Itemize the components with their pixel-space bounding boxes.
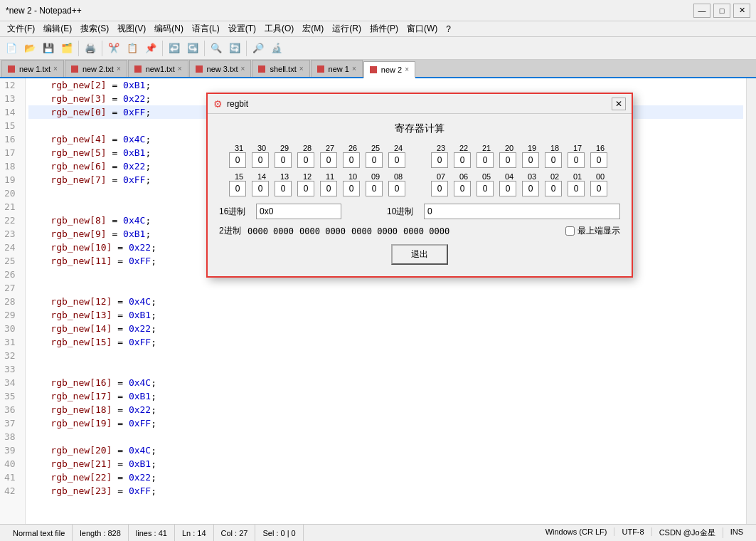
print-button[interactable]: 🖨️ xyxy=(82,40,99,57)
bit-input-06[interactable] xyxy=(454,181,471,196)
var-span: rgb_new[15] xyxy=(50,337,112,347)
bit-input-12[interactable] xyxy=(297,181,314,196)
menu-item-设置t[interactable]: 设置(T) xyxy=(224,21,260,36)
tab-1[interactable]: new 2.txt × xyxy=(65,60,127,77)
zoom-out-button[interactable]: 🔬 xyxy=(268,40,285,57)
tab-5[interactable]: new 1 × xyxy=(311,60,363,77)
status-length: length : 828 xyxy=(73,525,129,541)
menu-item-文件f[interactable]: 文件(F) xyxy=(3,21,39,36)
bit-input-19[interactable] xyxy=(522,152,539,168)
bit-input-03[interactable] xyxy=(522,181,539,196)
bit-input-14[interactable] xyxy=(252,181,269,196)
bit-input-16[interactable] xyxy=(590,152,607,168)
tab-2[interactable]: new1.txt × xyxy=(128,60,188,77)
menu-item-窗口w[interactable]: 窗口(W) xyxy=(403,21,442,36)
bit-input-13[interactable] xyxy=(275,181,292,196)
bit-label-23: 23 xyxy=(431,144,451,152)
close-button[interactable]: ✕ xyxy=(733,4,750,18)
menu-item-视图v[interactable]: 视图(V) xyxy=(113,21,150,36)
menu-item-运行r[interactable]: 运行(R) xyxy=(328,21,366,36)
var-span: rgb_new[22] xyxy=(50,472,112,483)
menu-item-语言l[interactable]: 语言(L) xyxy=(188,21,224,36)
bit-input-15[interactable] xyxy=(229,181,246,196)
save-all-button[interactable]: 🗂️ xyxy=(58,40,75,57)
tab-4[interactable]: shell.txt × xyxy=(252,60,309,77)
undo-button[interactable]: ↩️ xyxy=(166,40,183,57)
val-span: 0xB1 xyxy=(129,458,151,469)
bit-input-01[interactable] xyxy=(568,181,585,196)
menu-item-插件p[interactable]: 插件(P) xyxy=(366,21,403,36)
bit-input-20[interactable] xyxy=(499,152,516,168)
minimize-button[interactable]: — xyxy=(693,4,710,18)
tab-close-5[interactable]: × xyxy=(352,65,356,73)
var-span: rgb_new[19] xyxy=(50,418,112,429)
dec-input[interactable] xyxy=(424,204,620,219)
bit-input-31[interactable] xyxy=(229,152,246,168)
status-filetype: Normal text file xyxy=(6,525,73,541)
tab-close-4[interactable]: × xyxy=(299,65,304,73)
paste-button[interactable]: 📌 xyxy=(142,40,159,57)
menu-item-工具o[interactable]: 工具(O) xyxy=(260,21,298,36)
tab-3[interactable]: new 3.txt × xyxy=(189,60,252,77)
tab-close-2[interactable]: × xyxy=(178,65,182,73)
hex-input[interactable] xyxy=(256,204,341,219)
bit-input-23[interactable] xyxy=(431,152,448,168)
vertical-scrollbar[interactable] xyxy=(746,78,756,524)
new-button[interactable]: 📄 xyxy=(3,40,20,57)
code-line-21 xyxy=(28,362,743,376)
bit-input-21[interactable] xyxy=(477,152,494,168)
menu-item-?[interactable]: ? xyxy=(442,23,455,36)
val-span: 0xFF xyxy=(129,256,151,266)
open-button[interactable]: 📂 xyxy=(21,40,38,57)
bit-input-09[interactable] xyxy=(366,181,383,196)
tab-0[interactable]: new 1.txt × xyxy=(1,60,64,77)
redo-button[interactable]: ↪️ xyxy=(184,40,201,57)
cut-button[interactable]: ✂️ xyxy=(105,40,122,57)
bit-input-11[interactable] xyxy=(320,181,337,196)
val-span: 0x22 xyxy=(129,404,151,415)
menu-item-编辑e[interactable]: 编辑(E) xyxy=(39,21,76,36)
bit-input-08[interactable] xyxy=(388,181,405,196)
tab-close-6[interactable]: × xyxy=(405,65,409,73)
dialog-close-button[interactable]: ✕ xyxy=(612,98,626,110)
bit-input-27[interactable] xyxy=(320,152,337,168)
bit-input-05[interactable] xyxy=(477,181,494,196)
tab-close-0[interactable]: × xyxy=(53,65,58,73)
bit-input-00[interactable] xyxy=(590,181,607,196)
bit-input-22[interactable] xyxy=(454,152,471,168)
bit-input-29[interactable] xyxy=(275,152,292,168)
bit-input-25[interactable] xyxy=(366,152,383,168)
menu-item-搜索s[interactable]: 搜索(S) xyxy=(76,21,113,36)
bit-input-30[interactable] xyxy=(252,152,269,168)
bit-input-26[interactable] xyxy=(343,152,360,168)
menu-item-编码n[interactable]: 编码(N) xyxy=(150,21,188,36)
bit-input-28[interactable] xyxy=(297,152,314,168)
tab-icon-2 xyxy=(134,65,142,73)
upper-right-block: 2322212019181716 xyxy=(427,144,614,168)
line-number-11: 23 xyxy=(4,227,21,241)
tab-close-1[interactable]: × xyxy=(117,65,121,73)
zoom-in-button[interactable]: 🔎 xyxy=(250,40,267,57)
tab-6[interactable]: new 2 × xyxy=(363,61,415,78)
exit-button[interactable]: 退出 xyxy=(391,244,448,265)
upper-right-labels: 2322212019181716 xyxy=(431,144,610,152)
find-button[interactable]: 🔍 xyxy=(208,40,225,57)
bit-input-18[interactable] xyxy=(545,152,562,168)
bit-input-04[interactable] xyxy=(499,181,516,196)
msb-checkbox[interactable] xyxy=(565,226,575,236)
tab-close-3[interactable]: × xyxy=(241,65,245,73)
bit-input-10[interactable] xyxy=(343,181,360,196)
bit-input-24[interactable] xyxy=(388,152,405,168)
tab-label-4: shell.txt xyxy=(270,65,296,73)
save-button[interactable]: 💾 xyxy=(40,40,57,57)
var-span: rgb_new[11] xyxy=(50,256,112,266)
copy-button[interactable]: 📋 xyxy=(124,40,141,57)
code-line-27: rgb_new[20] = 0x4C; xyxy=(28,443,743,457)
replace-button[interactable]: 🔄 xyxy=(226,40,243,57)
bit-input-07[interactable] xyxy=(431,181,448,196)
bit-input-02[interactable] xyxy=(545,181,562,196)
bit-input-17[interactable] xyxy=(568,152,585,168)
maximize-button[interactable]: □ xyxy=(713,4,730,18)
menu-item-宏m[interactable]: 宏(M) xyxy=(298,21,328,36)
bit-label-08: 08 xyxy=(388,172,408,181)
